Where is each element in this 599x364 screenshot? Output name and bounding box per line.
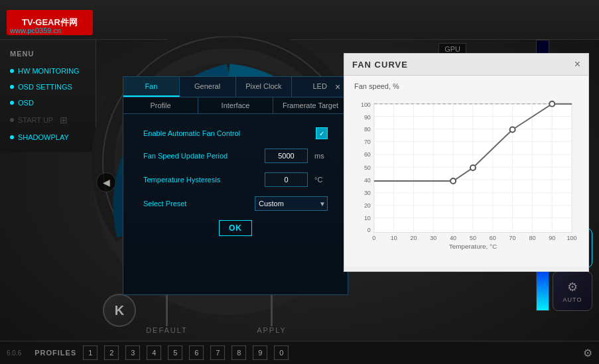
- enable-fan-control-row: Enable Automatic Fan Control ✓: [143, 127, 328, 139]
- preset-select[interactable]: Custom Silent Balanced Performance: [255, 196, 328, 211]
- bullet-icon: [10, 85, 14, 89]
- svg-text:30: 30: [364, 190, 371, 196]
- settings-icon[interactable]: ⚙: [583, 347, 592, 359]
- menu-label-hw: HW MONITORING: [18, 67, 80, 75]
- speed-update-row: Fan Speed Update Period ms: [143, 149, 328, 163]
- menu-item-hw-monitoring[interactable]: HW MONITORING: [0, 63, 96, 79]
- tab-fan[interactable]: Fan: [123, 77, 180, 97]
- svg-text:100: 100: [567, 235, 577, 241]
- tab-interface[interactable]: Interface: [198, 97, 273, 113]
- profile-7[interactable]: 7: [210, 345, 225, 360]
- enable-fan-checkbox[interactable]: ✓: [316, 127, 328, 139]
- svg-text:70: 70: [509, 235, 516, 241]
- svg-point-58: [450, 178, 456, 184]
- dialog-close-button[interactable]: ×: [331, 80, 344, 93]
- svg-text:60: 60: [364, 151, 371, 158]
- menu-label-shadowplay: SHADOWPLAY: [18, 133, 69, 141]
- speed-update-input[interactable]: [265, 149, 308, 163]
- preset-dropdown-container: Custom Silent Balanced Performance ▼: [255, 196, 328, 211]
- tab-profile[interactable]: Profile: [123, 97, 198, 113]
- auto-label: AUTO: [563, 296, 582, 303]
- fan-curve-close-button[interactable]: ×: [574, 59, 580, 70]
- dialog-tabs-top: Fan General Pixel Clock LED: [123, 77, 348, 97]
- menu-item-startup: START UP ⊞: [0, 111, 96, 129]
- svg-text:10: 10: [364, 215, 371, 221]
- speed-unit: ms: [314, 152, 328, 160]
- profile-5[interactable]: 5: [168, 345, 182, 360]
- profiles-label: PROFILES: [34, 349, 76, 357]
- svg-text:40: 40: [364, 177, 371, 184]
- profile-9[interactable]: 9: [253, 345, 267, 360]
- profile-4[interactable]: 4: [147, 345, 161, 360]
- gpu-label: GPU: [444, 45, 460, 53]
- svg-text:70: 70: [364, 139, 371, 145]
- temp-hysteresis-input[interactable]: [265, 172, 308, 187]
- top-bar: TV-GEAR件网 www.pc0359.cn: [0, 0, 599, 40]
- svg-text:20: 20: [364, 202, 371, 209]
- svg-text:90: 90: [364, 114, 371, 121]
- menu-label-osd-settings: OSD SETTINGS: [18, 83, 72, 91]
- menu-item-osd-settings[interactable]: OSD SETTINGS: [0, 79, 96, 95]
- tab-framerate-target[interactable]: Framerate Target: [273, 97, 348, 113]
- svg-text:0: 0: [372, 235, 375, 241]
- temp-hysteresis-row: Temperature Hysteresis °C: [143, 172, 328, 187]
- svg-text:80: 80: [364, 126, 371, 133]
- bullet-icon-disabled: [10, 118, 14, 122]
- website-url: www.pc0359.cn: [10, 27, 61, 34]
- dialog-content: Enable Automatic Fan Control ✓ Fan Speed…: [123, 114, 348, 249]
- left-menu: MENU HW MONITORING OSD SETTINGS OSD STAR…: [0, 40, 96, 152]
- nav-arrow-left[interactable]: ◀: [96, 172, 116, 192]
- svg-text:40: 40: [450, 235, 456, 241]
- default-label: DEFAULT: [146, 326, 188, 334]
- version-text: 6.0.6: [7, 349, 21, 357]
- svg-point-60: [510, 127, 515, 132]
- svg-point-59: [470, 165, 476, 170]
- profile-2[interactable]: 2: [104, 345, 119, 360]
- svg-text:90: 90: [549, 235, 555, 241]
- fan-curve-title: FAN CURVE: [352, 60, 408, 70]
- profile-3[interactable]: 3: [125, 345, 140, 360]
- auto-icon: ⚙: [567, 280, 578, 294]
- menu-item-shadowplay[interactable]: SHADOWPLAY: [0, 129, 96, 145]
- fan-curve-panel: FAN CURVE × Fan speed, %: [344, 53, 589, 272]
- k-label: K: [115, 303, 124, 318]
- fan-curve-chart: 100 90 80 70 60 50 40 30 20 10 0 0 10 20…: [354, 93, 578, 259]
- menu-item-osd[interactable]: OSD: [0, 95, 96, 111]
- fan-settings-dialog: × Fan General Pixel Clock LED Profile In…: [123, 76, 348, 295]
- svg-text:10: 10: [391, 235, 397, 241]
- temp-hysteresis-label: Temperature Hysteresis: [143, 176, 258, 184]
- tab-general[interactable]: General: [180, 77, 236, 97]
- tab-pixel-clock[interactable]: Pixel Clock: [236, 77, 293, 97]
- fan-curve-y-label: Fan speed, %: [354, 82, 578, 90]
- menu-label-startup: START UP: [18, 116, 53, 124]
- profile-8[interactable]: 8: [232, 345, 246, 360]
- svg-text:80: 80: [529, 235, 535, 241]
- auto-button[interactable]: ⚙ AUTO: [553, 271, 592, 311]
- svg-point-61: [549, 101, 555, 107]
- watermark-area: TV-GEAR件网: [7, 10, 592, 35]
- profile-6[interactable]: 6: [189, 345, 204, 360]
- main-background: TV-GEAR件网 www.pc0359.cn MENU HW MONITORI…: [0, 0, 599, 364]
- temp-unit: °C: [314, 176, 328, 184]
- menu-title: MENU: [0, 46, 96, 63]
- speed-update-label: Fan Speed Update Period: [143, 152, 258, 160]
- chart-area: 100 90 80 70 60 50 40 30 20 10 0 0 10 20…: [354, 93, 578, 259]
- select-preset-label: Select Preset: [143, 200, 248, 208]
- fan-curve-body: Fan speed, %: [344, 76, 588, 267]
- ok-button[interactable]: OK: [219, 220, 252, 236]
- bullet-icon: [10, 101, 14, 105]
- profile-1[interactable]: 1: [83, 345, 98, 360]
- svg-text:100: 100: [361, 101, 371, 108]
- fan-curve-header: FAN CURVE ×: [344, 54, 588, 76]
- bullet-icon: [10, 135, 14, 139]
- bullet-icon: [10, 69, 14, 73]
- dialog-tabs-bottom: Profile Interface Framerate Target: [123, 97, 348, 114]
- svg-text:20: 20: [410, 235, 417, 241]
- enable-fan-label: Enable Automatic Fan Control: [143, 129, 309, 137]
- svg-text:Temperature, °C: Temperature, °C: [449, 243, 497, 250]
- svg-text:0: 0: [367, 227, 371, 234]
- menu-label-osd: OSD: [18, 99, 34, 107]
- svg-text:50: 50: [470, 235, 476, 241]
- k-button[interactable]: K: [103, 294, 136, 327]
- profile-0[interactable]: 0: [274, 345, 289, 360]
